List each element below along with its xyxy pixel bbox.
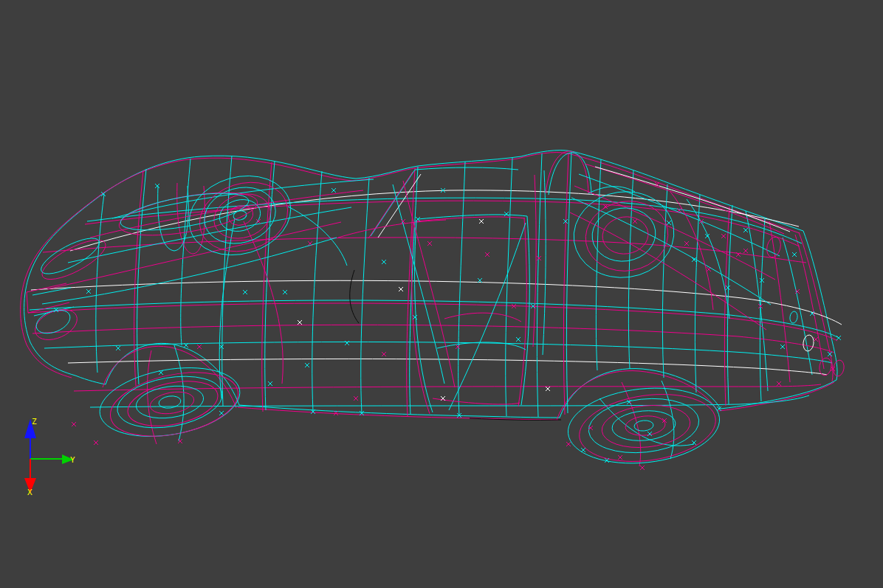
model-curve xyxy=(32,325,834,353)
model-curve xyxy=(30,151,803,274)
model-curve xyxy=(112,179,374,218)
model-curve xyxy=(68,207,351,263)
model-curve xyxy=(43,238,806,263)
control-point-x-icon xyxy=(298,219,550,401)
model-curve xyxy=(239,405,560,418)
x-axis-label: X xyxy=(27,488,32,497)
model-curve xyxy=(444,313,521,322)
control-point-markers xyxy=(54,182,841,470)
model-ellipse xyxy=(580,195,674,277)
model-curve xyxy=(799,232,833,381)
model-ellipse xyxy=(158,395,182,409)
model-curve xyxy=(596,159,601,370)
model-curve xyxy=(177,183,205,254)
model-curve xyxy=(361,178,369,414)
model-curve xyxy=(68,359,827,375)
model-curve xyxy=(350,270,359,323)
model-ellipse xyxy=(216,196,264,235)
model-curve xyxy=(219,218,235,398)
model-curve xyxy=(628,170,633,369)
model-curve xyxy=(803,231,837,380)
model-curve xyxy=(769,221,790,382)
model-curve xyxy=(533,175,536,347)
3d-viewport[interactable]: Z Y X xyxy=(0,0,883,588)
model-curve xyxy=(44,342,832,363)
model-curve xyxy=(158,186,189,251)
model-curve xyxy=(537,153,542,417)
model-curve xyxy=(574,186,775,280)
model-curve xyxy=(174,345,184,441)
model-curve xyxy=(760,218,765,401)
model-curve xyxy=(134,170,143,386)
model-wireframe-curves xyxy=(21,151,842,466)
model-curve xyxy=(42,238,337,304)
model-ellipse xyxy=(37,232,111,286)
wireframe-canvas[interactable]: Z Y X xyxy=(0,0,883,588)
model-curve xyxy=(393,184,444,384)
axis-triad: Z Y X xyxy=(24,417,75,497)
model-curve xyxy=(137,169,146,384)
model-curve xyxy=(410,167,418,415)
model-ellipse xyxy=(564,381,723,471)
model-ellipse xyxy=(134,382,206,422)
model-curve xyxy=(570,212,766,330)
control-point-x-icon xyxy=(72,182,835,470)
control-point-x-icon xyxy=(54,184,841,463)
model-curve xyxy=(662,184,667,378)
model-curve xyxy=(312,171,322,412)
model-curve xyxy=(74,384,821,391)
model-ellipse xyxy=(789,311,798,323)
model-ellipse xyxy=(803,334,815,352)
model-curve xyxy=(670,192,713,310)
model-ellipse xyxy=(832,359,845,377)
model-ellipse xyxy=(625,415,666,437)
model-curve xyxy=(449,223,526,410)
model-curve xyxy=(795,235,824,369)
model-curve xyxy=(75,376,106,384)
model-curve xyxy=(518,218,526,407)
model-curve xyxy=(557,371,718,420)
model-curve xyxy=(585,164,784,234)
model-curve xyxy=(433,398,520,404)
model-curve xyxy=(47,222,341,289)
model-curve xyxy=(724,207,729,406)
z-axis-label: Z xyxy=(32,417,37,426)
model-curve xyxy=(415,167,518,170)
model-curve xyxy=(560,369,721,418)
model-curve xyxy=(31,280,842,325)
y-axis-label: Y xyxy=(70,455,75,465)
model-ellipse xyxy=(611,408,676,443)
model-ellipse xyxy=(37,232,104,280)
model-curve xyxy=(407,168,415,416)
model-curve xyxy=(148,350,157,444)
model-curve xyxy=(403,181,455,387)
model-curve xyxy=(506,158,512,416)
model-curve xyxy=(338,220,446,238)
model-curve xyxy=(238,407,558,420)
model-curve xyxy=(415,221,433,412)
model-ellipse xyxy=(600,214,650,257)
model-curve xyxy=(30,300,839,338)
